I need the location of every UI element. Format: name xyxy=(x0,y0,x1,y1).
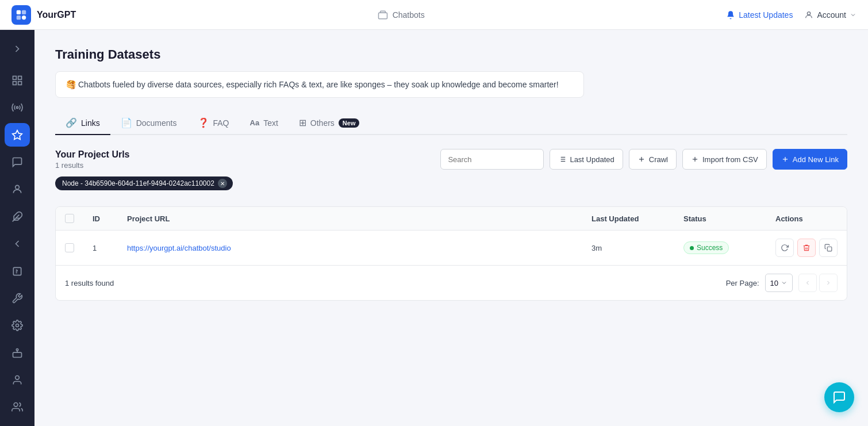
account-icon xyxy=(804,10,813,20)
chevron-down-icon xyxy=(781,279,788,286)
section-title: Your Project Urls xyxy=(55,149,130,160)
crawl-button[interactable]: Crawl xyxy=(629,149,677,170)
sidebar-item-settings[interactable] xyxy=(5,314,30,337)
latest-updates-label: Latest Updates xyxy=(739,10,793,20)
links-icon: 🔗 xyxy=(66,117,77,128)
section-title-group: Your Project Urls 1 results xyxy=(55,149,130,170)
pagination-right: Per Page: 10 xyxy=(726,274,838,292)
chevron-right-icon xyxy=(825,279,832,286)
sidebar-item-function[interactable] xyxy=(5,259,30,283)
pagination-bar: 1 results found Per Page: 10 xyxy=(56,265,847,300)
sidebar-item-user[interactable] xyxy=(5,368,30,392)
sidebar-item-back[interactable] xyxy=(5,232,30,256)
th-checkbox xyxy=(56,207,83,231)
svg-point-19 xyxy=(16,324,19,327)
topnav: YourGPT Chatbots Latest Updates Account xyxy=(0,0,868,30)
tag-close-button[interactable]: ✕ xyxy=(218,179,227,188)
add-new-link-button[interactable]: Add New Link xyxy=(773,149,847,170)
sort-icon xyxy=(558,155,566,163)
action-buttons xyxy=(775,239,838,257)
tab-documents-label: Documents xyxy=(136,118,177,128)
svg-rect-1 xyxy=(22,10,26,14)
bell-icon xyxy=(726,10,735,20)
delete-button[interactable] xyxy=(797,239,816,257)
tab-others-label: Others xyxy=(310,118,335,128)
svg-point-8 xyxy=(808,11,811,14)
row-url-link[interactable]: https://yourgpt.ai/chatbot/studio xyxy=(127,244,231,252)
tab-links-label: Links xyxy=(81,118,100,128)
per-page-value: 10 xyxy=(770,279,778,287)
sidebar-item-training[interactable] xyxy=(5,123,30,147)
import-csv-button[interactable]: Import from CSV xyxy=(682,149,767,170)
svg-point-13 xyxy=(16,107,18,109)
page-title: Training Datasets xyxy=(55,47,847,62)
section-header: Your Project Urls 1 results Last Updated… xyxy=(55,149,847,170)
sidebar-item-puzzle[interactable] xyxy=(5,205,30,228)
chatbots-label: Chatbots xyxy=(393,10,425,20)
th-status: Status xyxy=(674,207,766,231)
tab-others[interactable]: ⊞ Others New xyxy=(289,112,370,135)
account-label: Account xyxy=(817,10,846,20)
sidebar-item-tool[interactable] xyxy=(5,286,30,310)
last-updated-button[interactable]: Last Updated xyxy=(550,149,623,170)
sidebar-item-users[interactable] xyxy=(5,396,30,419)
others-icon: ⊞ xyxy=(299,117,306,128)
new-badge: New xyxy=(339,118,360,128)
node-tag: Node - 34b6590e-604d-11ef-9494-0242ac110… xyxy=(55,176,233,190)
svg-rect-4 xyxy=(378,13,387,19)
account-button[interactable]: Account xyxy=(804,10,857,20)
section-subtitle: 1 results xyxy=(55,161,130,170)
tab-text[interactable]: Aa Text xyxy=(240,112,289,135)
search-input[interactable] xyxy=(440,149,544,170)
svg-marker-14 xyxy=(13,130,22,139)
sidebar xyxy=(0,30,34,426)
status-badge: Success xyxy=(683,241,729,254)
th-id: ID xyxy=(83,207,118,231)
sidebar-item-person[interactable] xyxy=(5,178,30,201)
status-dot xyxy=(690,246,694,250)
sidebar-item-radio[interactable] xyxy=(5,96,30,120)
table-row: 1 https://yourgpt.ai/chatbot/studio 3m S… xyxy=(56,231,847,266)
page-nav xyxy=(798,274,838,292)
row-checkbox-cell xyxy=(56,231,83,266)
app-brand: YourGPT xyxy=(37,10,76,20)
tab-links[interactable]: 🔗 Links xyxy=(55,112,110,135)
crawl-label: Crawl xyxy=(649,155,668,164)
header-checkbox[interactable] xyxy=(65,214,74,223)
chevron-down-icon xyxy=(850,11,857,18)
sidebar-item-bot[interactable] xyxy=(5,341,30,364)
per-page-label: Per Page: xyxy=(726,279,759,287)
refresh-icon xyxy=(781,244,789,252)
plus-icon-crawl xyxy=(637,155,646,163)
th-last-updated: Last Updated xyxy=(582,207,674,231)
per-page-select[interactable]: 10 xyxy=(765,274,793,292)
row-checkbox[interactable] xyxy=(65,243,74,252)
documents-icon: 📄 xyxy=(121,117,132,128)
refresh-button[interactable] xyxy=(775,239,794,257)
row-actions-cell xyxy=(766,231,847,266)
copy-button[interactable] xyxy=(819,239,838,257)
chat-bubble-button[interactable] xyxy=(824,382,854,412)
row-id: 1 xyxy=(83,231,118,266)
prev-page-button[interactable] xyxy=(798,274,817,292)
plus-icon-add xyxy=(781,155,789,163)
chatbots-icon xyxy=(378,10,388,20)
tab-text-label: Text xyxy=(263,118,278,128)
next-page-button[interactable] xyxy=(819,274,838,292)
latest-updates-button[interactable]: Latest Updates xyxy=(726,10,793,20)
row-url-cell: https://yourgpt.ai/chatbot/studio xyxy=(118,231,582,266)
sidebar-item-dashboard[interactable] xyxy=(5,68,30,92)
sidebar-item-chat[interactable] xyxy=(5,150,30,174)
topnav-center: Chatbots xyxy=(378,10,425,20)
svg-rect-39 xyxy=(827,247,832,251)
trash-icon xyxy=(802,244,811,252)
tab-faq[interactable]: ❓ FAQ xyxy=(187,112,240,135)
svg-rect-11 xyxy=(13,82,17,85)
sidebar-toggle[interactable] xyxy=(5,37,30,60)
copy-icon xyxy=(824,244,832,252)
table-header: ID Project URL Last Updated Status Actio… xyxy=(56,207,847,231)
tab-documents[interactable]: 📄 Documents xyxy=(110,112,187,135)
plus-icon-csv xyxy=(691,155,699,163)
th-project-url: Project URL xyxy=(118,207,582,231)
last-updated-label: Last Updated xyxy=(570,155,614,164)
